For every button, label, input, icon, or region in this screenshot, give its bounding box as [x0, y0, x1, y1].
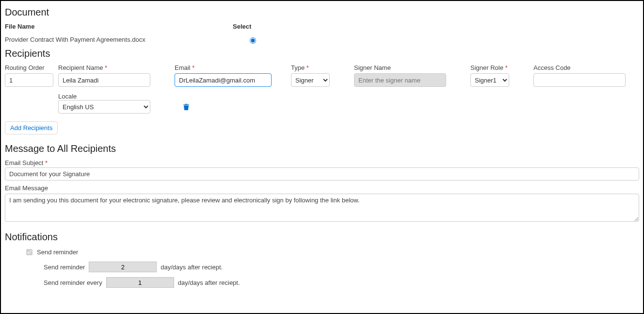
recipient-name-input[interactable]: [58, 73, 150, 87]
locale-select[interactable]: English US: [58, 100, 150, 114]
file-name-header: File Name: [5, 23, 233, 33]
email-subject-label: Email Subject: [5, 159, 639, 166]
file-name-value: Provider Contract With Payment Agreement…: [5, 33, 233, 45]
access-code-label: Access Code: [533, 64, 644, 71]
recipient-name-label: Recipient Name: [58, 64, 170, 71]
email-label: Email: [175, 64, 286, 71]
routing-order-input[interactable]: [5, 73, 53, 87]
signer-name-input: [354, 73, 446, 87]
send-reminder-checkbox[interactable]: [26, 249, 32, 255]
type-select[interactable]: Signer: [291, 73, 330, 87]
send-reminder-label: Send reminder: [37, 248, 78, 256]
select-header: Select: [233, 23, 272, 33]
signer-role-select[interactable]: Signer1: [470, 73, 509, 87]
reminder-line1-prefix: Send reminder: [44, 264, 85, 271]
add-recipients-button[interactable]: Add Recipients: [5, 121, 58, 134]
reminder-line1-suffix: day/days after reciept.: [161, 264, 223, 271]
email-message-textarea[interactable]: I am sending you this document for your …: [5, 194, 639, 222]
document-table: File Name Select Provider Contract With …: [5, 23, 639, 45]
email-message-label: Email Message: [5, 184, 639, 192]
routing-order-label: Routing Order: [5, 64, 53, 71]
message-heading: Message to All Recipients: [5, 143, 639, 154]
reminder-line1-input[interactable]: [89, 262, 157, 272]
recipients-heading: Recipients: [5, 48, 639, 59]
signer-name-label: Signer Name: [354, 64, 466, 71]
reminder-line2-suffix: day/days after reciept.: [178, 279, 240, 286]
signer-role-label: Signer Role: [470, 64, 529, 71]
access-code-input[interactable]: [533, 73, 626, 87]
locale-label: Locale: [58, 93, 77, 100]
delete-recipient-icon[interactable]: [175, 103, 189, 112]
recipient-row: Routing Order Recipient Name Email Type …: [5, 64, 639, 87]
type-label: Type: [291, 64, 349, 71]
email-subject-input[interactable]: [5, 167, 639, 181]
notifications-heading: Notifications: [5, 231, 639, 243]
reminder-line2-input[interactable]: [106, 277, 174, 288]
email-input[interactable]: [175, 73, 272, 87]
document-heading: Document: [5, 7, 639, 18]
reminder-line2-prefix: Send reminder every: [44, 279, 102, 286]
document-select-radio[interactable]: [250, 37, 256, 44]
